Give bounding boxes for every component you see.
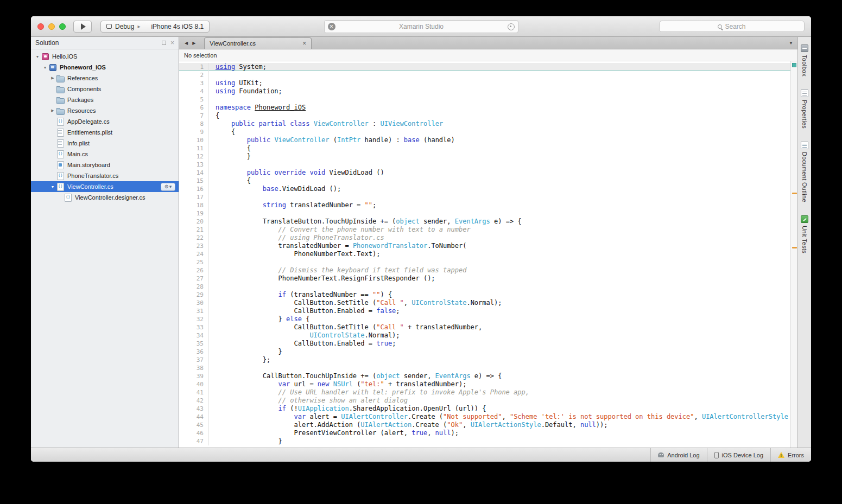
code-line-28[interactable]: 28	[179, 283, 797, 291]
tree-item-viewcontroller-designer-cs[interactable]: ViewController.designer.cs	[31, 192, 179, 203]
code-line-11[interactable]: 11 {	[179, 144, 797, 152]
code-line-42[interactable]: 42 // otherwise show an alert dialog	[179, 397, 797, 405]
code-line-15[interactable]: 15 {	[179, 177, 797, 185]
code-line-39[interactable]: 39 CallButton.TouchUpInside += (object s…	[179, 372, 797, 380]
code-token: public	[247, 136, 270, 144]
errors-button[interactable]: Errors	[770, 448, 811, 462]
configuration-selector[interactable]: Debug ▸	[101, 21, 145, 32]
code-line-6[interactable]: 6namespace Phoneword_iOS	[179, 104, 797, 112]
close-window-button[interactable]	[37, 23, 44, 30]
pad-tab-document-outline[interactable]: Document Outline	[801, 142, 808, 202]
code-line-36[interactable]: 36 }	[179, 348, 797, 356]
dock-pad-icon[interactable]	[162, 41, 166, 45]
code-line-32[interactable]: 32 } else {	[179, 315, 797, 323]
code-line-14[interactable]: 14 public override void ViewDidLoad ()	[179, 169, 797, 177]
code-line-37[interactable]: 37 };	[179, 356, 797, 364]
code-line-34[interactable]: 34 UIControlState.Normal);	[179, 331, 797, 340]
disclosure-triangle-icon[interactable]: ▶	[49, 76, 56, 80]
code-line-23[interactable]: 23 translatedNumber = PhonewordTranslato…	[179, 242, 797, 250]
tree-item-components[interactable]: Components	[31, 84, 179, 94]
code-line-25[interactable]: 25	[179, 258, 797, 266]
tree-item-viewcontroller-cs[interactable]: ▼ViewController.cs⚙▾	[31, 181, 179, 192]
properties-icon	[801, 90, 808, 97]
code-editor[interactable]: 1using System;23using UIKit;4using Found…	[179, 61, 797, 448]
tree-item-packages[interactable]: Packages	[31, 94, 179, 105]
tree-item-entitlements-plist[interactable]: Entitlements.plist	[31, 127, 179, 138]
code-text: }	[216, 437, 282, 445]
code-line-40[interactable]: 40 var url = new NSUrl ("tel:" + transla…	[179, 380, 797, 388]
code-line-44[interactable]: 44 var alert = UIAlertController.Create …	[179, 413, 797, 421]
android-log-button[interactable]: Android Log	[650, 448, 706, 462]
code-line-29[interactable]: 29 if (translatedNumber == "") {	[179, 291, 797, 299]
overview-ruler[interactable]	[790, 61, 797, 448]
code-line-2[interactable]: 2	[179, 71, 797, 79]
code-line-4[interactable]: 4using Foundation;	[179, 87, 797, 95]
code-line-38[interactable]: 38	[179, 364, 797, 372]
code-line-19[interactable]: 19	[179, 209, 797, 218]
tree-item-hello-ios[interactable]: ▼Hello.iOS	[31, 51, 179, 62]
code-line-16[interactable]: 16 base.ViewDidLoad ();	[179, 185, 797, 193]
tree-item-appdelegate-cs[interactable]: AppDelegate.cs	[31, 116, 179, 127]
minimize-window-button[interactable]	[48, 23, 55, 30]
fold-margin	[208, 177, 216, 185]
code-line-33[interactable]: 33 CallButton.SetTitle ("Call " + transl…	[179, 323, 797, 331]
code-line-21[interactable]: 21 // Convert the phone number with text…	[179, 226, 797, 234]
quick-task-status-icon[interactable]	[792, 63, 796, 67]
code-line-26[interactable]: 26 // Dismiss the keyboard if text field…	[179, 266, 797, 275]
code-line-31[interactable]: 31 CallButton.Enabled = false;	[179, 307, 797, 315]
code-line-17[interactable]: 17	[179, 193, 797, 201]
code-line-20[interactable]: 20 TranslateButton.TouchUpInside += (obj…	[179, 218, 797, 226]
pad-tab-toolbox[interactable]: Toolbox	[801, 44, 808, 76]
code-line-43[interactable]: 43 if (!UIApplication.SharedApplication.…	[179, 405, 797, 413]
code-line-9[interactable]: 9 {	[179, 128, 797, 136]
tab-close-icon[interactable]: ×	[302, 41, 306, 46]
code-line-8[interactable]: 8 public partial class ViewController : …	[179, 120, 797, 128]
code-line-22[interactable]: 22 // using PhoneTranslator.cs	[179, 234, 797, 242]
code-line-18[interactable]: 18 string translatedNumber = "";	[179, 201, 797, 209]
tree-item-info-plist[interactable]: Info.plist	[31, 138, 179, 149]
code-line-7[interactable]: 7{	[179, 112, 797, 120]
status-progress-icon[interactable]	[508, 23, 515, 30]
zoom-window-button[interactable]	[59, 23, 66, 30]
code-line-3[interactable]: 3using UIKit;	[179, 79, 797, 87]
fold-margin	[208, 299, 216, 307]
disclosure-triangle-icon[interactable]: ▼	[34, 55, 41, 59]
tree-item-resources[interactable]: ▶Resources	[31, 105, 179, 116]
disclosure-triangle-icon[interactable]: ▶	[49, 109, 56, 113]
code-line-41[interactable]: 41 // Use URL handler with tel: prefix t…	[179, 388, 797, 397]
tree-item-phonetranslator-cs[interactable]: PhoneTranslator.cs	[31, 170, 179, 181]
code-line-45[interactable]: 45 alert.AddAction (UIAlertAction.Create…	[179, 421, 797, 429]
code-line-13[interactable]: 13	[179, 161, 797, 169]
code-token: UIKit;	[235, 79, 263, 87]
tree-item-phoneword-ios[interactable]: ▼Phoneword_iOS	[31, 62, 179, 73]
item-options-button[interactable]: ⚙▾	[161, 183, 175, 191]
code-line-35[interactable]: 35 CallButton.Enabled = true;	[179, 340, 797, 348]
warning-mark[interactable]	[792, 193, 797, 194]
disclosure-triangle-icon[interactable]: ▼	[42, 66, 48, 69]
code-line-30[interactable]: 30 CallButton.SetTitle ("Call ", UIContr…	[179, 299, 797, 307]
code-line-5[interactable]: 5	[179, 95, 797, 104]
close-pad-icon[interactable]: ×	[170, 40, 174, 46]
navigate-back-button[interactable]: ◀	[185, 41, 188, 46]
search-input[interactable]: Search	[659, 21, 805, 32]
pad-tab-properties[interactable]: Properties	[801, 90, 808, 129]
tab-viewcontroller-cs[interactable]: ViewController.cs×	[204, 37, 312, 49]
pad-tab-unit-tests[interactable]: Unit Tests	[801, 215, 808, 253]
code-line-12[interactable]: 12 }	[179, 152, 797, 161]
code-line-24[interactable]: 24 PhoneNumberText.Text);	[179, 250, 797, 258]
navigate-forward-button[interactable]: ▶	[192, 41, 195, 46]
code-line-47[interactable]: 47 }	[179, 437, 797, 445]
tree-item-main-cs[interactable]: Main.cs	[31, 149, 179, 160]
code-line-10[interactable]: 10 public ViewController (IntPtr handle)…	[179, 136, 797, 144]
code-line-1[interactable]: 1using System;	[179, 63, 797, 71]
ios-device-log-button[interactable]: iOS Device Log	[707, 448, 770, 462]
device-selector[interactable]: iPhone 4s iOS 8.1	[145, 21, 209, 32]
code-line-27[interactable]: 27 PhoneNumberText.ResignFirstResponder …	[179, 275, 797, 283]
tree-item-main-storyboard[interactable]: Main.storyboard	[31, 160, 179, 170]
disclosure-triangle-icon[interactable]: ▼	[49, 185, 56, 189]
tree-item-references[interactable]: ▶References	[31, 73, 179, 84]
tab-list-dropdown-icon[interactable]: ▼	[789, 41, 793, 46]
run-button[interactable]	[73, 21, 92, 33]
code-line-46[interactable]: 46 PresentViewController (alert, true, n…	[179, 429, 797, 437]
warning-mark[interactable]	[792, 247, 797, 248]
